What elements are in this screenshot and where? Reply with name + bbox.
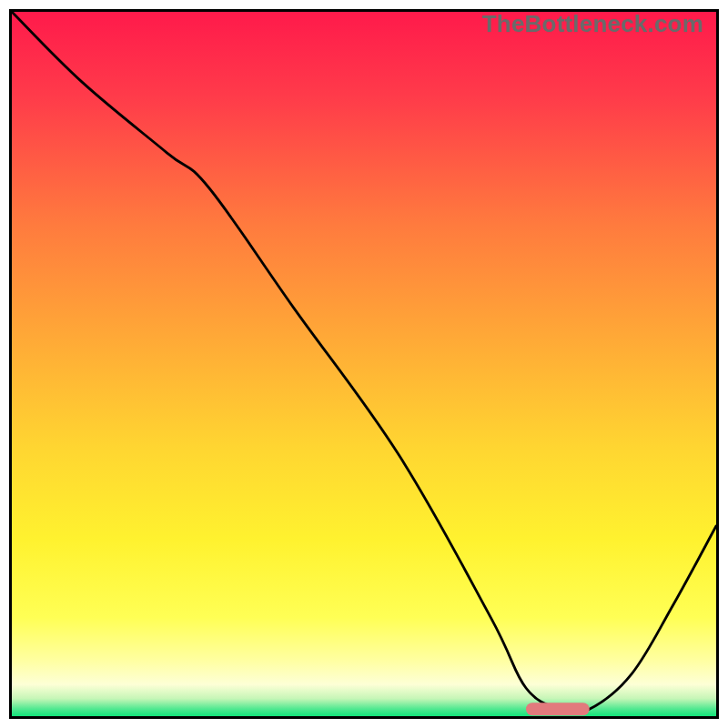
chart-frame: TheBottleneck.com <box>9 9 719 719</box>
chart-overlay <box>12 12 716 716</box>
optimal-range-marker <box>526 703 590 715</box>
bottleneck-curve-path <box>12 12 716 713</box>
